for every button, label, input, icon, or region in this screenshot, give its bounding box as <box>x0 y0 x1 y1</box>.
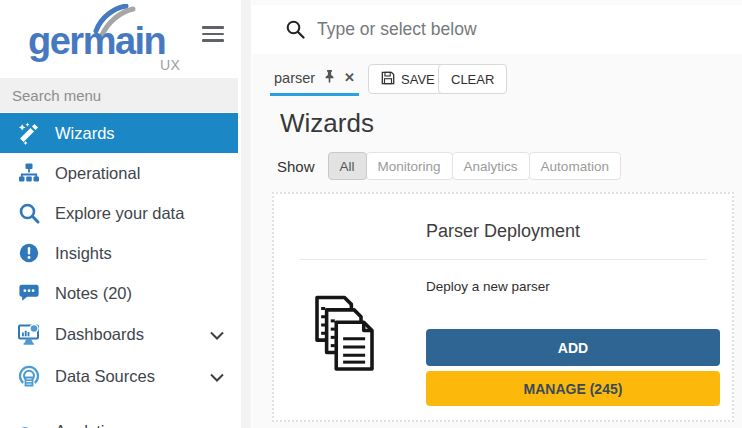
manage-button[interactable]: MANAGE (245) <box>426 371 720 406</box>
sidebar-item-label: Data Sources <box>55 367 155 386</box>
sidebar-item-label: Wizards <box>55 124 115 143</box>
alert-circle-icon <box>16 241 42 265</box>
search-icon <box>16 201 42 225</box>
tab-label: parser <box>274 70 315 86</box>
chevron-down-icon[interactable] <box>210 422 224 428</box>
chat-bubble-icon <box>16 281 42 305</box>
sidebar-item-operational[interactable]: Operational <box>0 153 238 193</box>
save-button[interactable]: SAVE <box>368 64 448 94</box>
dashboard-monitor-icon <box>16 322 42 346</box>
sidebar-item-label: Insights <box>55 244 112 263</box>
parser-deployment-card: Parser Deployment Dep <box>272 192 734 422</box>
pin-icon[interactable] <box>323 69 336 87</box>
filter-monitoring[interactable]: Monitoring <box>366 152 453 180</box>
sidebar-item-insights[interactable]: Insights <box>0 233 238 273</box>
card-description: Deploy a new parser <box>426 279 550 294</box>
sidebar-search-input[interactable] <box>0 78 238 112</box>
sidebar-item-notes[interactable]: Notes (20) <box>0 273 238 313</box>
chevron-down-icon[interactable] <box>210 367 224 386</box>
show-filter-row: Show All Monitoring Analytics Automation <box>277 152 621 180</box>
clear-button[interactable]: CLEAR <box>438 64 507 94</box>
add-button[interactable]: ADD <box>426 329 720 366</box>
close-icon[interactable]: ✕ <box>344 71 355 84</box>
chevron-down-icon[interactable] <box>210 325 224 344</box>
sidebar-item-data-sources[interactable]: Data Sources <box>0 355 238 397</box>
clear-button-label: CLEAR <box>451 72 494 87</box>
sidebar-item-explore-your-data[interactable]: Explore your data <box>0 193 238 233</box>
sidebar-item-label: Notes (20) <box>55 284 132 303</box>
sidebar-item-label: Analytics <box>55 422 121 428</box>
tab-parser[interactable]: parser ✕ <box>270 62 359 96</box>
brand-logo: germain <box>28 22 165 60</box>
save-button-label: SAVE <box>401 72 435 87</box>
tab-bar: parser ✕ SAVE CLEAR <box>252 58 742 96</box>
sidebar: germain UX Wizards <box>0 0 238 428</box>
sidebar-item-label: Explore your data <box>55 204 184 223</box>
documents-stack-icon <box>306 292 394 384</box>
global-search-input[interactable] <box>315 18 742 41</box>
sidebar-scrollbar-track[interactable] <box>241 0 251 428</box>
filter-analytics[interactable]: Analytics <box>452 152 530 180</box>
card-title: Parser Deployment <box>274 221 732 242</box>
sidebar-item-label: Operational <box>55 164 140 183</box>
sidebar-menu: Wizards Operational Explo <box>0 113 238 428</box>
search-icon <box>286 20 305 39</box>
sidebar-item-label: Dashboards <box>55 325 144 344</box>
analytics-icon <box>16 419 42 428</box>
main-content: parser ✕ SAVE CLEAR Wizards Show <box>252 0 742 428</box>
card-divider <box>300 259 706 260</box>
logo-row: germain UX <box>0 0 238 78</box>
global-search-bar <box>252 5 742 54</box>
sidebar-item-wizards[interactable]: Wizards <box>0 113 238 153</box>
hamburger-menu-icon[interactable] <box>202 26 224 46</box>
filter-automation[interactable]: Automation <box>529 152 621 180</box>
floppy-disk-icon <box>381 71 395 88</box>
sitemap-icon <box>16 161 42 185</box>
show-label: Show <box>277 158 315 175</box>
brand-sub-label: UX <box>160 57 180 73</box>
database-icon <box>16 364 42 388</box>
sidebar-item-analytics[interactable]: Analytics <box>0 410 238 428</box>
sidebar-item-dashboards[interactable]: Dashboards <box>0 313 238 355</box>
filter-all[interactable]: All <box>328 152 367 180</box>
magic-wand-icon <box>16 121 42 145</box>
page-title: Wizards <box>280 108 374 139</box>
